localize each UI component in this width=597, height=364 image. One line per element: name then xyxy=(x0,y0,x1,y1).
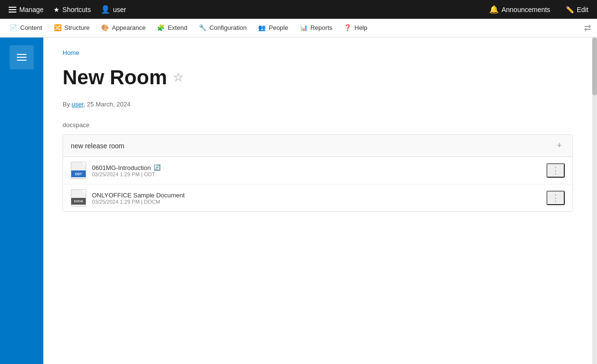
nav-reports[interactable]: 📊 Reports xyxy=(294,19,338,38)
breadcrumb[interactable]: Home xyxy=(63,49,573,56)
author-line: By user, 25 March, 2024 xyxy=(63,101,573,108)
file-more-button-1[interactable]: ⋮ xyxy=(546,163,565,178)
top-navbar-right: 🔔 Announcements ✏️ Edit xyxy=(485,3,592,16)
edit-label: Edit xyxy=(577,6,588,13)
layout: Home New Room ☆ By user, 25 March, 2024 … xyxy=(0,38,597,364)
help-icon: ❓ xyxy=(344,24,351,31)
user-label: user xyxy=(113,6,126,13)
file-icon-top-odt: ODT xyxy=(71,170,86,177)
scrollbar-thumb[interactable] xyxy=(592,38,597,95)
nav-arrows-icon[interactable]: ⇄ xyxy=(582,21,593,35)
appearance-icon: 🎨 xyxy=(101,24,109,31)
sync-icon-1: 🔄 xyxy=(154,164,161,171)
nav-extend[interactable]: 🧩 Extend xyxy=(151,19,193,38)
top-navbar-left: Manage ★ Shortcuts 👤 user xyxy=(5,3,485,16)
file-item-1: ODT 0601MG-Introduction 🔄 03/25/2024 1:2… xyxy=(63,157,572,184)
nav-help[interactable]: ❓ Help xyxy=(338,19,373,38)
sidebar xyxy=(0,38,43,364)
content-file-icon: 📄 xyxy=(10,24,17,31)
file-more-button-2[interactable]: ⋮ xyxy=(546,191,565,205)
file-icon-corner-2 xyxy=(82,190,86,194)
room-container: new release room + ODT 0601MG-Introducti… xyxy=(63,134,573,212)
file-icon-odt: ODT xyxy=(71,162,86,179)
configuration-icon: 🔧 xyxy=(199,24,207,31)
scrollbar-track[interactable] xyxy=(592,38,597,364)
nav-people[interactable]: 👥 People xyxy=(252,19,294,38)
nav-structure[interactable]: 🔀 Structure xyxy=(48,19,96,38)
manage-label: Manage xyxy=(19,6,44,13)
reports-icon: 📊 xyxy=(300,24,308,31)
favorite-star-icon[interactable]: ☆ xyxy=(173,71,183,84)
edit-button[interactable]: ✏️ Edit xyxy=(562,4,592,15)
pencil-icon: ✏️ xyxy=(566,6,574,13)
author-link[interactable]: user xyxy=(72,101,84,108)
structure-icon: 🔀 xyxy=(54,24,62,31)
extend-icon: 🧩 xyxy=(157,24,165,31)
file-item-left-1: ODT 0601MG-Introduction 🔄 03/25/2024 1:2… xyxy=(71,162,161,179)
file-info-1: 0601MG-Introduction 🔄 03/25/2024 1:29 PM… xyxy=(92,164,161,177)
shortcuts-label: Shortcuts xyxy=(63,6,91,13)
file-name-2: ONLYOFFICE Sample Document xyxy=(92,192,185,199)
announcements-label: Announcements xyxy=(502,6,550,13)
file-item-2: DOCM ONLYOFFICE Sample Document 03/25/20… xyxy=(63,184,572,211)
top-navbar: Manage ★ Shortcuts 👤 user 🔔 Announcement… xyxy=(0,0,597,19)
room-header: new release room + xyxy=(63,135,572,157)
people-icon: 👥 xyxy=(258,24,266,31)
file-item-left-2: DOCM ONLYOFFICE Sample Document 03/25/20… xyxy=(71,189,185,207)
secondary-nav-items: 📄 Content 🔀 Structure 🎨 Appearance 🧩 Ext… xyxy=(4,19,582,38)
sec-nav-right: ⇄ xyxy=(582,21,593,35)
author-date: , 25 March, 2024 xyxy=(83,101,130,108)
nav-configuration[interactable]: 🔧 Configuration xyxy=(193,19,252,38)
room-title: new release room xyxy=(71,142,124,150)
nav-appearance[interactable]: 🎨 Appearance xyxy=(95,19,151,38)
manage-button[interactable]: Manage xyxy=(5,4,48,15)
page-title: New Room xyxy=(63,66,167,89)
room-add-button[interactable]: + xyxy=(554,140,565,152)
file-meta-1: 03/25/2024 1:29 PM | ODT xyxy=(92,171,161,177)
main-content: Home New Room ☆ By user, 25 March, 2024 … xyxy=(43,38,592,364)
user-button[interactable]: 👤 user xyxy=(97,3,130,16)
file-icon-docm: DOCM xyxy=(71,189,86,207)
author-prefix: By xyxy=(63,101,72,108)
announcements-button[interactable]: 🔔 Announcements xyxy=(485,3,554,16)
file-name-1: 0601MG-Introduction 🔄 xyxy=(92,164,161,171)
file-meta-2: 03/25/2024 1:29 PM | DOCM xyxy=(92,199,185,205)
sidebar-menu-button[interactable] xyxy=(10,45,34,69)
section-label: docspace xyxy=(63,121,573,129)
bell-icon: 🔔 xyxy=(489,5,499,14)
file-info-2: ONLYOFFICE Sample Document 03/25/2024 1:… xyxy=(92,192,185,205)
shortcuts-button[interactable]: ★ Shortcuts xyxy=(50,4,95,15)
file-icon-top-docm: DOCM xyxy=(71,198,86,205)
user-avatar-icon: 👤 xyxy=(101,5,110,14)
file-icon-corner xyxy=(82,162,86,166)
page-title-container: New Room ☆ xyxy=(63,66,573,89)
nav-content[interactable]: 📄 Content xyxy=(4,19,48,38)
secondary-navbar: 📄 Content 🔀 Structure 🎨 Appearance 🧩 Ext… xyxy=(0,19,597,38)
hamburger-icon xyxy=(9,7,16,13)
shortcuts-star-icon: ★ xyxy=(53,6,60,13)
